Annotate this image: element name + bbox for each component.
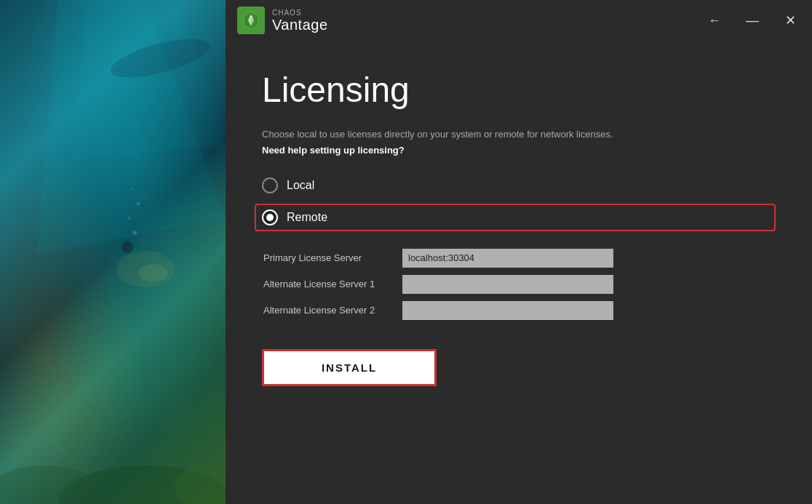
svg-point-4 — [138, 264, 167, 281]
remote-radio-label: Remote — [287, 211, 327, 224]
alternate1-server-row: Alternate License Server 1 — [263, 275, 776, 294]
app-logo: chaos Vantage — [237, 7, 328, 34]
server-fields: Primary License Server Alternate License… — [263, 249, 776, 320]
logo-text: chaos Vantage — [272, 9, 328, 33]
local-radio-option[interactable]: Local — [262, 176, 776, 195]
primary-server-input[interactable] — [402, 249, 613, 268]
logo-icon — [237, 7, 265, 34]
svg-point-11 — [137, 202, 140, 206]
logo-chaos-label: chaos — [272, 9, 328, 17]
remote-radio-option[interactable]: Remote — [262, 208, 327, 227]
scene-decoration — [0, 0, 226, 504]
primary-server-label: Primary License Server — [263, 252, 391, 263]
primary-server-row: Primary License Server — [263, 249, 776, 268]
remote-radio-inner — [266, 214, 274, 221]
install-button[interactable]: INSTALL — [262, 349, 437, 386]
alternate2-server-input[interactable] — [402, 301, 613, 320]
right-panel: chaos Vantage ← — ✕ Licensing Choose loc… — [226, 0, 812, 504]
svg-point-9 — [132, 231, 137, 235]
local-radio-button[interactable] — [262, 177, 278, 193]
svg-point-2 — [122, 241, 133, 253]
close-button[interactable]: ✕ — [780, 10, 800, 31]
svg-point-7 — [175, 462, 226, 504]
minimize-button[interactable]: — — [742, 10, 763, 31]
alternate1-server-label: Alternate License Server 1 — [263, 279, 391, 289]
license-type-radio-group: Local Remote — [262, 176, 776, 231]
alternate1-server-input[interactable] — [402, 275, 613, 294]
remote-radio-button[interactable] — [262, 209, 278, 225]
help-link[interactable]: Need help setting up licensing? — [262, 145, 776, 156]
background-image — [0, 0, 226, 504]
page-description: Choose local to use licenses directly on… — [262, 127, 776, 142]
left-panel — [0, 0, 226, 504]
back-button[interactable]: ← — [704, 10, 725, 31]
local-radio-label: Local — [287, 179, 314, 192]
svg-point-10 — [128, 217, 131, 220]
titlebar-controls: ← — ✕ — [704, 10, 800, 31]
page-title: Licensing — [262, 70, 776, 110]
svg-point-12 — [132, 188, 134, 191]
alternate2-server-row: Alternate License Server 2 — [263, 301, 776, 320]
titlebar: chaos Vantage ← — ✕ — [226, 0, 812, 41]
remote-radio-highlight: Remote — [255, 204, 776, 231]
svg-marker-1 — [73, 0, 226, 160]
logo-vantage-label: Vantage — [272, 17, 328, 33]
chaos-logo-svg — [241, 10, 261, 31]
content-area: Licensing Choose local to use licenses d… — [226, 41, 812, 504]
alternate2-server-label: Alternate License Server 2 — [263, 305, 391, 316]
